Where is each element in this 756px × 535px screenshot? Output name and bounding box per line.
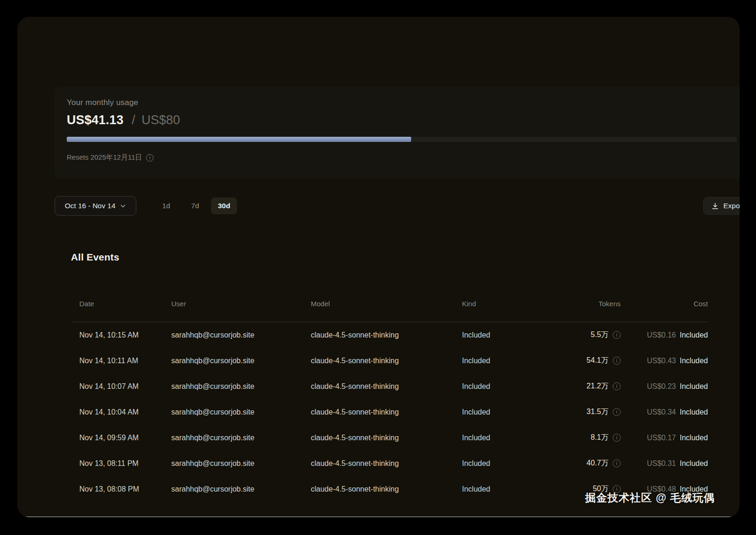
event-date: Nov 14, 09:59 AM (72, 434, 171, 442)
download-icon (712, 203, 719, 210)
event-model: claude-4.5-sonnet-thinking (311, 331, 462, 339)
event-kind: Included (462, 357, 551, 365)
usage-limit-amount: US$80 (141, 113, 180, 127)
events-table: Date User Model Kind Tokens Cost Nov 14,… (72, 285, 708, 502)
event-cost: US$0.34 (647, 408, 676, 416)
event-model: claude-4.5-sonnet-thinking (311, 357, 462, 365)
event-kind: Included (462, 459, 551, 468)
table-row[interactable]: Nov 14, 10:04 AM sarahhqb@cursorjob.site… (72, 399, 708, 425)
table-row[interactable]: Nov 14, 10:07 AM sarahhqb@cursorjob.site… (72, 373, 708, 399)
column-header-user: User (171, 300, 311, 308)
event-cost-kind: Included (680, 382, 708, 391)
event-kind: Included (462, 434, 551, 442)
event-user: sarahhqb@cursorjob.site (171, 331, 311, 339)
event-cost-kind: Included (680, 408, 708, 416)
event-cost: US$0.31 (647, 459, 676, 468)
usage-progress-fill (67, 137, 411, 142)
info-icon[interactable]: i (613, 382, 621, 390)
table-row[interactable]: Nov 14, 10:11 AM sarahhqb@cursorjob.site… (72, 348, 708, 373)
column-header-tokens: Tokens (551, 300, 621, 308)
event-user: sarahhqb@cursorjob.site (171, 382, 311, 391)
event-cost-kind: Included (680, 331, 708, 339)
chevron-down-icon (120, 203, 126, 209)
usage-separator: / (132, 113, 135, 127)
event-model: claude-4.5-sonnet-thinking (311, 485, 462, 493)
column-header-cost: Cost (621, 300, 708, 308)
filter-controls: Oct 16 - Nov 14 1d 7d 30d Export C (55, 196, 740, 216)
info-icon[interactable]: i (613, 331, 621, 339)
monthly-usage-panel: Your monthly usage US$41.13 / US$80 Rese… (55, 87, 740, 179)
info-icon[interactable]: i (613, 408, 621, 416)
event-model: claude-4.5-sonnet-thinking (311, 382, 462, 391)
event-cost-kind: Included (680, 459, 708, 468)
event-model: claude-4.5-sonnet-thinking (311, 434, 462, 442)
info-icon[interactable]: i (613, 459, 621, 467)
table-row[interactable]: Nov 13, 08:11 PM sarahhqb@cursorjob.site… (72, 451, 708, 476)
range-button-7d[interactable]: 7d (186, 202, 204, 210)
event-date: Nov 14, 10:07 AM (72, 382, 171, 391)
event-cost: US$0.17 (647, 434, 676, 442)
watermark: 掘金技术社区 @ 毛绒玩偶 (585, 491, 715, 505)
event-model: claude-4.5-sonnet-thinking (311, 459, 462, 468)
event-kind: Included (462, 331, 551, 339)
info-icon[interactable]: i (613, 357, 621, 365)
event-date: Nov 13, 08:11 PM (72, 459, 171, 468)
event-date: Nov 14, 10:15 AM (72, 331, 171, 339)
event-user: sarahhqb@cursorjob.site (171, 408, 311, 416)
export-label: Export C (723, 202, 740, 210)
event-cost: US$0.23 (647, 382, 676, 391)
event-tokens: 5.5万 (591, 330, 609, 340)
date-range-label: Oct 16 - Nov 14 (65, 202, 116, 210)
event-date: Nov 13, 08:08 PM (72, 485, 171, 493)
column-header-date: Date (72, 300, 171, 308)
events-section-title: All Events (71, 252, 119, 263)
usage-resets: Resets 2025年12月11日 i (67, 153, 737, 162)
event-user: sarahhqb@cursorjob.site (171, 434, 311, 442)
events-table-header: Date User Model Kind Tokens Cost (72, 285, 708, 322)
event-cost-kind: Included (680, 434, 708, 442)
event-tokens: 40.7万 (587, 458, 609, 468)
info-icon[interactable]: i (613, 434, 621, 442)
range-button-30d[interactable]: 30d (211, 197, 237, 214)
usage-dashboard-card: Your monthly usage US$41.13 / US$80 Rese… (17, 17, 740, 517)
usage-label: Your monthly usage (67, 98, 737, 107)
event-date: Nov 14, 10:04 AM (72, 408, 171, 416)
range-button-1d[interactable]: 1d (157, 202, 175, 210)
event-kind: Included (462, 408, 551, 416)
table-row[interactable]: Nov 14, 09:59 AM sarahhqb@cursorjob.site… (72, 425, 708, 451)
event-kind: Included (462, 485, 551, 493)
event-tokens: 54.1万 (587, 356, 609, 366)
column-header-kind: Kind (462, 300, 551, 308)
event-tokens: 21.2万 (587, 381, 609, 391)
event-user: sarahhqb@cursorjob.site (171, 459, 311, 468)
event-cost: US$0.43 (647, 357, 676, 365)
event-kind: Included (462, 382, 551, 391)
event-user: sarahhqb@cursorjob.site (171, 485, 311, 493)
events-rows: Nov 14, 10:15 AM sarahhqb@cursorjob.site… (72, 322, 708, 502)
usage-amounts: US$41.13 / US$80 (67, 113, 737, 127)
export-csv-button[interactable]: Export C (703, 197, 740, 215)
usage-used-amount: US$41.13 (67, 113, 124, 127)
usage-progress-bar (67, 137, 737, 142)
event-date: Nov 14, 10:11 AM (72, 357, 171, 365)
event-user: sarahhqb@cursorjob.site (171, 357, 311, 365)
column-header-model: Model (311, 300, 462, 308)
usage-resets-text: Resets 2025年12月11日 (67, 153, 142, 162)
info-icon[interactable]: i (146, 154, 154, 162)
event-cost-kind: Included (680, 357, 708, 365)
table-row[interactable]: Nov 14, 10:15 AM sarahhqb@cursorjob.site… (72, 322, 708, 348)
event-tokens: 31.5万 (587, 407, 609, 417)
event-cost: US$0.16 (647, 331, 676, 339)
event-model: claude-4.5-sonnet-thinking (311, 408, 462, 416)
date-range-selector[interactable]: Oct 16 - Nov 14 (55, 196, 136, 216)
event-tokens: 8.1万 (591, 433, 609, 443)
